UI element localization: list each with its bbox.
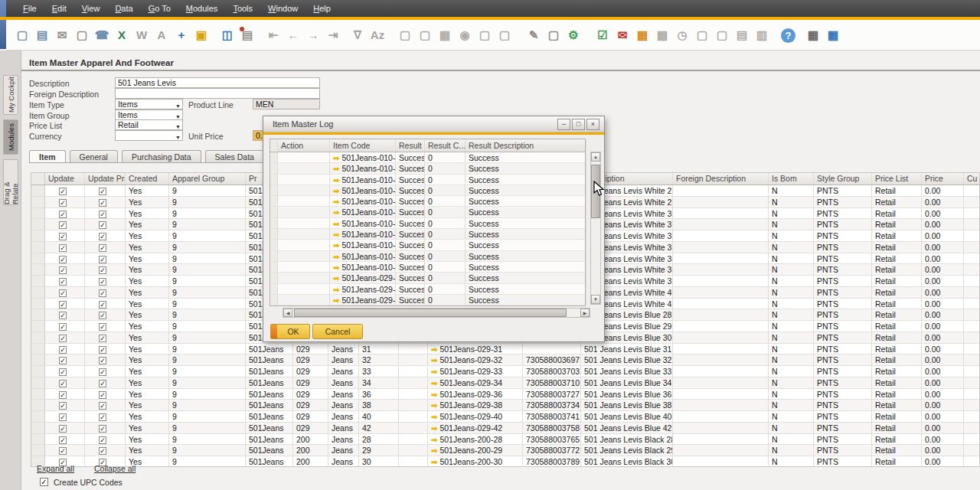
find-icon[interactable]: ◫	[219, 27, 236, 44]
checkbox[interactable]: ✓	[99, 425, 106, 433]
checkbox[interactable]: ✓	[59, 447, 67, 455]
share-doc-icon[interactable]: ▢	[714, 27, 730, 44]
sidebar-tab-modules[interactable]: Modules	[3, 119, 18, 155]
log-row[interactable]: ➡501Jeans-029-28Success0Success	[270, 273, 585, 283]
checkbox[interactable]: ✓	[59, 323, 67, 331]
preview-icon[interactable]: ▢	[14, 27, 31, 44]
sidebar-tab-my-cockpit[interactable]: My Cockpit	[3, 75, 18, 115]
copy-shape-icon[interactable]: ▢	[74, 27, 90, 44]
checkbox[interactable]: ✓	[99, 346, 106, 354]
close-icon[interactable]: ×	[586, 119, 599, 130]
checkbox[interactable]: ✓	[99, 436, 106, 444]
checkbox[interactable]: ✓	[59, 289, 67, 297]
doc-zoom-icon[interactable]: ▢	[496, 27, 513, 44]
paste-doc-icon[interactable]: ▢	[416, 27, 433, 44]
checkbox[interactable]: ✓	[99, 266, 106, 274]
log-row[interactable]: ➡501Jeans-029-30Success0Success	[270, 295, 585, 305]
calc-print-icon[interactable]: ▦	[436, 27, 453, 44]
scroll-up-icon[interactable]: ▲	[591, 152, 600, 162]
log-row[interactable]: ➡501Jeans-010-34Success0Success	[270, 218, 585, 229]
collapse-all-link[interactable]: Collapse all	[94, 464, 136, 473]
link-arrow-icon[interactable]: ➡	[333, 263, 339, 272]
checkbox[interactable]: ✓	[59, 413, 67, 421]
bar-chart-icon[interactable]: ▥	[753, 27, 770, 44]
item-type-select[interactable]: Items▼	[115, 99, 183, 109]
link-arrow-icon[interactable]: ➡	[333, 165, 339, 173]
checkbox[interactable]: ✓	[99, 211, 106, 218]
log-row[interactable]: ➡501Jeans-010-33Success0Success	[270, 207, 585, 217]
checkbox[interactable]: ✓	[99, 391, 106, 399]
checkbox[interactable]: ✓	[99, 380, 106, 387]
link-arrow-icon[interactable]: ➡	[431, 413, 437, 421]
menu-view[interactable]: View	[74, 0, 108, 17]
maximize-icon[interactable]: □	[572, 119, 585, 130]
first-record-icon[interactable]: ⇤	[265, 27, 282, 44]
checkbox[interactable]: ✓	[59, 312, 67, 319]
last-record-icon[interactable]: ⇥	[325, 27, 341, 44]
checkbox[interactable]: ✓	[59, 436, 67, 444]
cancel-button[interactable]: Cancel	[312, 324, 363, 339]
scroll-down-icon[interactable]: ▼	[591, 295, 600, 304]
table-row[interactable]: ✓✓Yes9501Jeans200Jeans30➡501Jeans-200-30…	[31, 456, 979, 467]
ok-button[interactable]: OK	[270, 324, 310, 339]
checkbox[interactable]: ✓	[59, 199, 67, 207]
move-icon[interactable]: +	[173, 27, 190, 44]
new-doc-icon[interactable]: ▢	[545, 27, 562, 44]
sort-icon[interactable]: Az	[369, 27, 386, 44]
link-arrow-icon[interactable]: ➡	[431, 446, 437, 455]
link-arrow-icon[interactable]: ➡	[333, 253, 339, 261]
checkbox[interactable]: ✓	[99, 335, 106, 342]
log-horizontal-scrollbar[interactable]: ◀ ▶	[283, 308, 590, 318]
edit-icon[interactable]: ✎	[525, 27, 542, 44]
create-upc-checkbox[interactable]: ✓	[40, 478, 48, 486]
item-group-select[interactable]: Items▼	[115, 109, 183, 120]
checkbox[interactable]: ✓	[59, 335, 67, 342]
calc-export-icon[interactable]: ▦	[825, 27, 841, 44]
table-row[interactable]: ✓✓Yes9501Jeans029Jeans34➡501Jeans-029-34…	[31, 377, 979, 389]
link-arrow-icon[interactable]: ➡	[431, 390, 437, 399]
menu-go-to[interactable]: Go To	[141, 0, 178, 17]
log-row[interactable]: ➡501Jeans-010-40Success0Success	[270, 251, 585, 262]
link-arrow-icon[interactable]: ➡	[333, 198, 339, 206]
link-arrow-icon[interactable]: ➡	[333, 241, 339, 250]
log-row[interactable]: ➡501Jeans-010-36Success0Success	[270, 229, 585, 240]
table-row[interactable]: ✓✓Yes9501Jeans200Jeans28➡501Jeans-200-28…	[31, 434, 979, 446]
link-arrow-icon[interactable]: ➡	[431, 458, 437, 466]
checkbox[interactable]: ✓	[99, 233, 106, 240]
menu-data[interactable]: Data	[107, 0, 140, 17]
expand-all-link[interactable]: Expand all	[37, 464, 74, 473]
log-row[interactable]: ➡501Jeans-010-42Success0Success	[270, 262, 585, 273]
foreign-description-input[interactable]	[115, 88, 320, 99]
checkbox[interactable]: ✓	[99, 278, 106, 286]
email-icon[interactable]: ✉	[54, 27, 70, 44]
fax-icon[interactable]: ☎	[93, 27, 110, 44]
checkbox[interactable]: ✓	[99, 256, 106, 263]
link-arrow-icon[interactable]: ➡	[431, 436, 437, 444]
pdf-icon[interactable]: A	[153, 27, 170, 44]
currency-select[interactable]: ▼	[115, 130, 183, 141]
table-row[interactable]: ✓✓Yes9501Jeans029Jeans38➡501Jeans-029-38…	[31, 400, 979, 411]
filter-icon[interactable]: ∇	[349, 27, 366, 44]
link-arrow-icon[interactable]: ➡	[431, 368, 437, 376]
link-arrow-icon[interactable]: ➡	[333, 274, 339, 283]
checkbox[interactable]: ✓	[99, 357, 106, 364]
link-arrow-icon[interactable]: ➡	[333, 208, 339, 217]
menu-modules[interactable]: Modules	[178, 0, 226, 17]
checkbox[interactable]: ✓	[99, 323, 106, 331]
checkbox[interactable]: ✓	[59, 221, 67, 229]
chart-doc-icon[interactable]: ▤	[733, 27, 750, 44]
checkbox[interactable]: ✓	[99, 289, 106, 297]
excel-icon[interactable]: X	[113, 27, 130, 44]
copy-doc-icon[interactable]: ▢	[397, 27, 413, 44]
mail-alert-icon[interactable]: ✉	[614, 27, 631, 44]
log-row[interactable]: ➡501Jeans-010-30Success0Success	[270, 175, 585, 185]
payment-wizard-icon[interactable]: ▦	[805, 27, 822, 44]
calendar-icon[interactable]: ▦	[634, 27, 651, 44]
checkbox[interactable]: ✓	[59, 380, 67, 387]
checkbox[interactable]: ✓	[99, 447, 106, 455]
table-row[interactable]: ✓✓Yes9501Jeans029Jeans32➡501Jeans-029-32…	[31, 354, 979, 366]
scroll-left-icon[interactable]: ◀	[283, 309, 292, 317]
menu-help[interactable]: Help	[305, 0, 338, 17]
checkbox[interactable]: ✓	[99, 188, 106, 195]
link-arrow-icon[interactable]: ➡	[431, 379, 437, 387]
